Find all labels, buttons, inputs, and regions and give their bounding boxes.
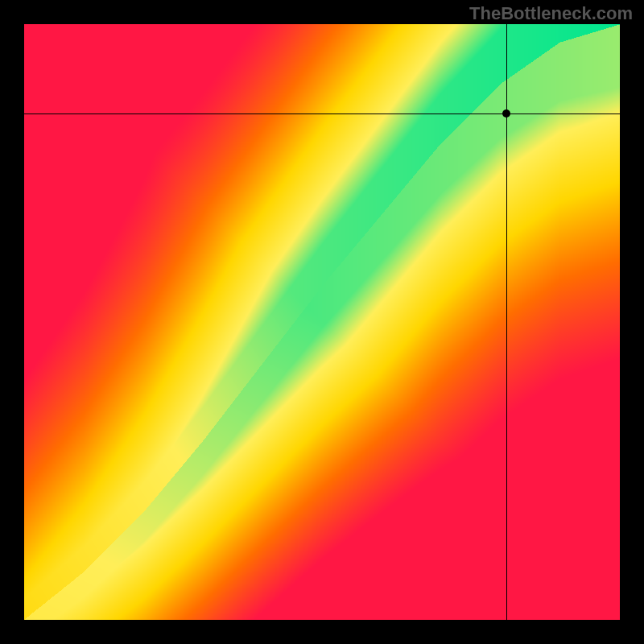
chart-container: TheBottleneck.com	[0, 0, 644, 644]
crosshair-horizontal	[24, 114, 620, 114]
watermark-text: TheBottleneck.com	[469, 3, 633, 24]
marker-dot	[502, 109, 510, 118]
plot-area	[24, 24, 620, 620]
